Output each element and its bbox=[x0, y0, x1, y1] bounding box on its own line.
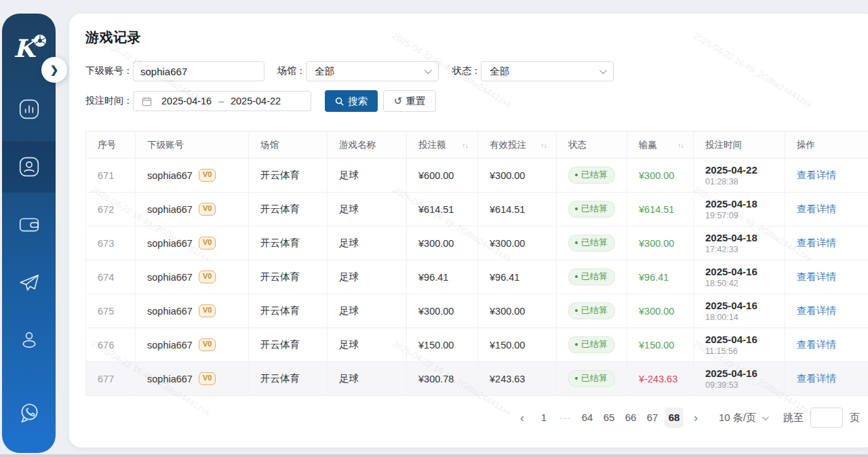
sidebar-item-support[interactable] bbox=[18, 401, 41, 424]
status-dot-icon bbox=[575, 343, 578, 346]
jump-page-input[interactable] bbox=[810, 408, 843, 428]
win-loss-value: ¥614.51 bbox=[639, 204, 674, 215]
view-details-link[interactable]: 查看详情 bbox=[797, 271, 836, 282]
table-row[interactable]: 675 sophia667 V0 开云体育 足球 ¥300.00 ¥300.00… bbox=[86, 294, 868, 328]
view-details-link[interactable]: 查看详情 bbox=[797, 237, 836, 248]
pagination: ‹ 1···6465666768 › 10 条/页 跳至 页 bbox=[85, 408, 860, 428]
status-badge: 已结算 bbox=[568, 167, 615, 184]
game-name-cell: 足球 bbox=[328, 362, 407, 396]
bet-date: 2025-04-16 bbox=[705, 266, 785, 277]
column-header[interactable]: 输赢↑↓ bbox=[627, 132, 694, 159]
main-panel: 游戏记录 下级账号： 场馆： 全部 状态： 全部 投注时间： bbox=[69, 14, 868, 448]
bet-date: 2025-04-16 bbox=[705, 367, 785, 379]
table-row[interactable]: 674 sophia667 V0 开云体育 足球 ¥96.41 ¥96.41 已… bbox=[86, 260, 868, 294]
bet-amount-cell: ¥600.00 bbox=[407, 159, 478, 193]
chevron-down-icon bbox=[762, 414, 769, 420]
view-details-link[interactable]: 查看详情 bbox=[797, 170, 836, 180]
row-index: 677 bbox=[98, 374, 114, 384]
table-row[interactable]: 676 sophia667 V0 开云体育 足球 ¥150.00 ¥150.00… bbox=[86, 328, 868, 362]
status-dot-icon bbox=[575, 207, 578, 210]
column-header[interactable]: 有效投注↑↓ bbox=[478, 132, 557, 159]
column-header: 游戏名称 bbox=[328, 132, 407, 159]
column-header: 投注时间 bbox=[694, 132, 785, 159]
view-details-link[interactable]: 查看详情 bbox=[797, 339, 836, 350]
page-number[interactable]: 68 bbox=[665, 408, 684, 428]
sidebar-item-members[interactable] bbox=[18, 155, 41, 178]
level-badge: V0 bbox=[199, 372, 216, 384]
bar-chart-icon bbox=[18, 98, 41, 121]
venue-select[interactable]: 全部 bbox=[306, 61, 439, 81]
jump-suffix: 页 bbox=[850, 412, 860, 424]
venue-label: 场馆： bbox=[277, 65, 306, 77]
page-number[interactable]: 1 bbox=[534, 408, 553, 428]
venue-cell: 开云体育 bbox=[249, 328, 328, 362]
chevron-down-icon bbox=[599, 66, 607, 74]
venue-cell: 开云体育 bbox=[249, 193, 328, 226]
date-end: 2025-04-22 bbox=[231, 96, 281, 106]
bottom-edge-strip bbox=[0, 454, 868, 457]
date-range-picker[interactable]: 2025-04-16 – 2025-04-22 bbox=[133, 91, 311, 111]
sidebar-item-profile[interactable] bbox=[18, 328, 41, 351]
sidebar-item-wallet[interactable] bbox=[18, 213, 41, 236]
bet-time: 19:57:09 bbox=[705, 211, 785, 220]
bet-amount-cell: ¥300.00 bbox=[407, 294, 478, 328]
column-header: 状态 bbox=[557, 132, 627, 159]
page-ellipsis: ··· bbox=[556, 408, 575, 428]
page-number[interactable]: 64 bbox=[578, 408, 597, 428]
chevron-right-icon: ❯ bbox=[50, 64, 59, 76]
bet-amount-cell: ¥300.00 bbox=[407, 226, 478, 260]
status-select[interactable]: 全部 bbox=[481, 61, 614, 81]
account-name: sophia667 bbox=[147, 272, 193, 283]
column-header: 操作 bbox=[785, 132, 868, 159]
records-table: 序号下级账号场馆游戏名称投注额↑↓有效投注↑↓状态输赢↑↓投注时间操作 671 … bbox=[85, 131, 868, 396]
bet-date: 2025-04-16 bbox=[705, 300, 785, 311]
bet-date: 2025-04-22 bbox=[705, 164, 785, 176]
column-header: 序号 bbox=[86, 132, 136, 159]
view-details-link[interactable]: 查看详情 bbox=[797, 203, 836, 214]
table-row[interactable]: 672 sophia667 V0 开云体育 足球 ¥614.51 ¥614.51… bbox=[86, 193, 868, 226]
bet-time: 01:28:38 bbox=[705, 177, 785, 186]
status-label: 状态： bbox=[452, 65, 481, 77]
table-row[interactable]: 673 sophia667 V0 开云体育 足球 ¥300.00 ¥300.00… bbox=[86, 226, 868, 260]
bet-amount-cell: ¥150.00 bbox=[407, 328, 478, 362]
sidebar-expand-button[interactable]: ❯ bbox=[41, 57, 67, 83]
game-name-cell: 足球 bbox=[328, 260, 407, 294]
status-badge: 已结算 bbox=[568, 370, 615, 388]
sidebar-item-messages[interactable] bbox=[18, 271, 41, 294]
column-header: 下级账号 bbox=[136, 132, 249, 159]
page-number[interactable]: 65 bbox=[599, 408, 618, 428]
bet-date: 2025-04-18 bbox=[705, 198, 785, 210]
row-index: 674 bbox=[98, 272, 114, 283]
venue-cell: 开云体育 bbox=[249, 260, 328, 294]
jump-label: 跳至 bbox=[783, 412, 804, 424]
column-header[interactable]: 投注额↑↓ bbox=[407, 132, 478, 159]
send-plane-icon bbox=[18, 271, 41, 294]
sidebar-item-reports[interactable] bbox=[18, 98, 41, 121]
next-page-button[interactable]: › bbox=[686, 408, 705, 428]
table-row[interactable]: 677 sophia667 V0 开云体育 足球 ¥300.78 ¥243.63… bbox=[86, 362, 868, 396]
sort-icon[interactable]: ↑↓ bbox=[462, 141, 468, 149]
prev-page-button[interactable]: ‹ bbox=[513, 408, 532, 428]
win-loss-value: ¥-243.63 bbox=[639, 374, 677, 384]
table-row[interactable]: 671 sophia667 V0 开云体育 足球 ¥600.00 ¥300.00… bbox=[86, 159, 868, 193]
column-header: 场馆 bbox=[249, 132, 328, 159]
sort-icon[interactable]: ↑↓ bbox=[677, 141, 684, 149]
account-name: sophia667 bbox=[147, 170, 193, 181]
page-size-select[interactable]: 10 条/页 bbox=[719, 412, 767, 424]
search-button[interactable]: 搜索 bbox=[325, 90, 378, 112]
page-number[interactable]: 67 bbox=[643, 408, 662, 428]
sort-icon[interactable]: ↑↓ bbox=[540, 141, 547, 149]
status-dot-icon bbox=[575, 377, 578, 380]
account-label: 下级账号： bbox=[85, 65, 133, 77]
account-name: sophia667 bbox=[147, 374, 193, 384]
win-loss-value: ¥300.00 bbox=[639, 170, 674, 181]
view-details-link[interactable]: 查看详情 bbox=[797, 305, 836, 316]
valid-bet-cell: ¥614.51 bbox=[478, 193, 557, 226]
account-input[interactable] bbox=[133, 61, 264, 81]
valid-bet-cell: ¥243.63 bbox=[478, 362, 557, 396]
page-number[interactable]: 66 bbox=[621, 408, 640, 428]
win-loss-value: ¥300.00 bbox=[639, 238, 674, 249]
game-name-cell: 足球 bbox=[328, 226, 407, 260]
view-details-link[interactable]: 查看详情 bbox=[797, 373, 836, 384]
reset-button[interactable]: ↺ 重置 bbox=[383, 90, 436, 112]
